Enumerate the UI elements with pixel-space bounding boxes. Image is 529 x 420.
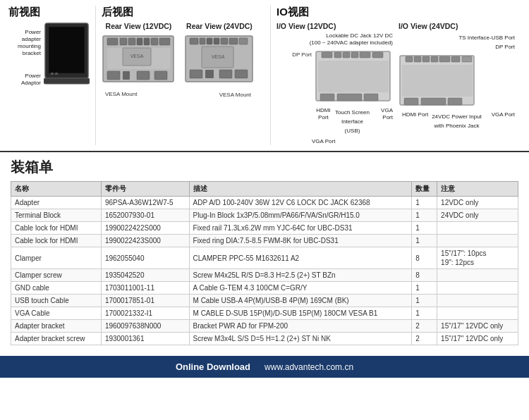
table-cell: 1700017851-01 <box>101 295 189 307</box>
table-cell: Screw M3x4L S/S D=5 H=1.2 (2+) ST Ni NK <box>189 333 412 345</box>
io-12v-touch: Touch Screen <box>335 109 370 116</box>
svg-rect-3 <box>51 73 54 75</box>
svg-rect-27 <box>229 38 238 44</box>
front-view-title: 前视图 <box>8 6 90 19</box>
table-cell: 1700021332-I1 <box>101 307 189 320</box>
rear-24v-vesa: VESA Mount <box>219 92 251 98</box>
io-12v-device <box>315 48 392 104</box>
table-cell: USB touch Cable <box>11 295 102 307</box>
svg-rect-36 <box>322 52 332 58</box>
svg-rect-12 <box>151 38 158 45</box>
io-24v-subtitle: I/O View (24VDC) <box>399 22 458 30</box>
table-row: Clamper1962055040CLAMPER PPC-55 M1632611… <box>11 247 518 269</box>
table-cell: Clamper <box>11 247 102 269</box>
svg-rect-10 <box>137 38 142 45</box>
rear-view-title: 后视图 <box>102 6 264 19</box>
table-cell: 1935042520 <box>101 269 189 282</box>
svg-rect-24 <box>207 38 212 44</box>
table-cell: Cable lock for HDMI <box>11 222 102 235</box>
svg-rect-50 <box>431 56 438 62</box>
table-row: USB touch Cable1700017851-01M Cable USB-… <box>11 295 518 307</box>
svg-rect-5 <box>44 78 90 84</box>
io-12v-dp-label: DP Port <box>292 51 312 58</box>
svg-rect-48 <box>414 56 421 62</box>
rear-12v-vesa: VESA Mount <box>105 91 137 97</box>
svg-rect-51 <box>439 56 450 62</box>
rear-12v-device: VESA <box>102 32 176 85</box>
footer: Online Download www.advantech.com.cn <box>0 356 529 378</box>
front-view-column: 前视图 Power adapter mounting bracket Power… <box>8 6 90 145</box>
svg-rect-54 <box>402 65 473 97</box>
front-label-adaptor: Power Adaptor <box>8 73 41 87</box>
table-cell: Screw M4x25L R/S D=8.3 H=2.5 (2+) ST BZn <box>189 269 412 282</box>
front-device-svg <box>44 22 90 85</box>
footer-label: Online Download <box>176 362 250 372</box>
table-row: Clamper screw1935042520Screw M4x25L R/S … <box>11 269 518 282</box>
io-24v-powerb: with Phoenix Jack <box>434 123 479 129</box>
table-section: 装箱单 名称 零件号 描述 数量 注意 Adapter96PSA-A36W12W… <box>0 152 529 349</box>
table-cell: Fixed rail 71.3Lx6.2W mm YJC-64C for UBC… <box>189 222 412 235</box>
svg-rect-55 <box>404 98 418 105</box>
table-cell: Cable lock for HDMI <box>11 235 102 247</box>
svg-rect-13 <box>159 38 170 45</box>
table-cell: 1960097638N000 <box>101 320 189 333</box>
table-cell: 15"/17" 12VDC only <box>437 333 518 345</box>
svg-rect-26 <box>221 38 228 44</box>
table-row: Cable lock for HDMI1990022423S000Fixed r… <box>11 235 518 247</box>
svg-rect-57 <box>448 98 462 105</box>
svg-rect-31 <box>190 70 202 78</box>
footer-url: www.advantech.com.cn <box>264 362 353 372</box>
svg-rect-16 <box>123 71 130 80</box>
table-cell: 1 <box>412 295 437 307</box>
io-24vdc-block: I/O View (24VDC) TS Interface-USB Port D… <box>399 22 515 145</box>
table-cell <box>437 295 518 307</box>
col-part: 零件号 <box>101 182 189 197</box>
table-cell: Terminal Block <box>11 209 102 222</box>
io-24v-device <box>399 52 476 109</box>
table-cell: 8 <box>412 269 437 282</box>
table-cell: 12VDC only <box>437 197 518 209</box>
svg-rect-33 <box>219 70 232 78</box>
io-12v-hdmi: HDMI Port <box>312 107 335 135</box>
svg-rect-4 <box>55 73 58 75</box>
svg-rect-44 <box>337 94 362 101</box>
svg-rect-9 <box>128 38 135 45</box>
svg-rect-43 <box>320 94 334 101</box>
svg-text:VESA: VESA <box>212 54 225 59</box>
table-title: 装箱单 <box>11 158 518 177</box>
table-header-row: 名称 零件号 描述 数量 注意 <box>11 182 518 197</box>
rear-24v-device: VESA <box>184 32 255 85</box>
table-cell: 15"/17": 10pcs 19": 12pcs <box>437 247 518 269</box>
svg-rect-8 <box>120 38 127 45</box>
svg-rect-52 <box>451 56 460 62</box>
table-row: Terminal Block1652007930-01Plug-In Block… <box>11 209 518 222</box>
col-note: 注意 <box>437 182 518 197</box>
table-cell: A Cable G-TEM 4.3 100CM C=GR/Y <box>189 282 412 295</box>
table-cell: 1962055040 <box>101 247 189 269</box>
io-12vdc-block: I/O View (12VDC) Lockable DC Jack 12V DC… <box>276 22 393 145</box>
table-cell: CLAMPER PPC-55 M1632611 A2 <box>189 247 412 269</box>
svg-rect-40 <box>360 52 370 58</box>
svg-rect-41 <box>372 52 383 58</box>
views-container: 前视图 Power adapter mounting bracket Power… <box>0 0 529 152</box>
col-name: 名称 <box>11 182 102 197</box>
rear-12v-subtitle: Rear View (12VDC) <box>106 22 172 30</box>
rear-view-column: 后视图 Rear View (12VDC) <box>95 6 264 145</box>
table-cell: Bracket PWR AD for FPM-200 <box>189 320 412 333</box>
table-row: GND cable1703011001-11A Cable G-TEM 4.3 … <box>11 282 518 295</box>
table-cell: 2 <box>412 333 437 345</box>
svg-rect-32 <box>205 70 214 78</box>
table-cell: 96PSA-A36W12W7-5 <box>101 197 189 209</box>
svg-rect-45 <box>364 94 378 101</box>
table-cell <box>437 307 518 320</box>
svg-rect-25 <box>214 38 219 44</box>
col-qty: 数量 <box>412 182 437 197</box>
io-24v-power: 24VDC Power Input <box>432 113 482 120</box>
io-12v-touchb: Interface (USB) <box>341 118 363 134</box>
svg-rect-18 <box>154 71 167 80</box>
io-12v-top1b: (100 ~ 240VAC adapter included) <box>310 39 393 47</box>
rear-24v-subtitle: Rear View (24VDC) <box>186 22 253 30</box>
table-cell: 1 <box>412 197 437 209</box>
svg-rect-37 <box>334 52 341 58</box>
front-label-bracket: Power adapter mounting bracket <box>8 29 41 57</box>
